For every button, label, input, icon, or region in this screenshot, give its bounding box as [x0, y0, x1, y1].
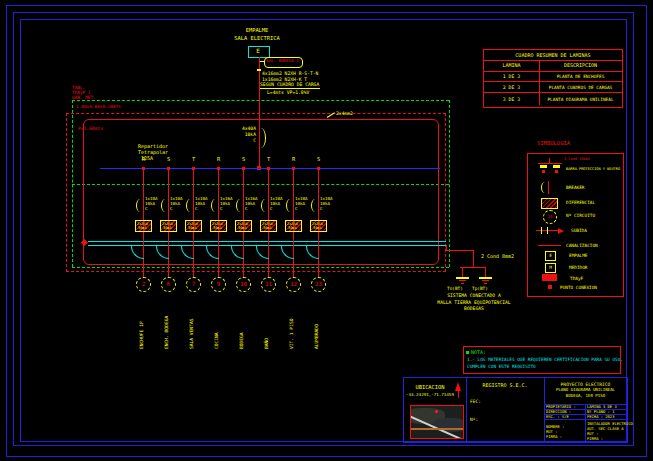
legend-circuit-badge: 1A [543, 210, 557, 224]
breaker-icon [161, 199, 169, 212]
legend-label: EMPALME [569, 253, 588, 258]
phase-label: T [264, 156, 273, 162]
load-label: SALA VENTAS [189, 297, 194, 349]
diferencial-icon: 2x25A30mA [135, 220, 152, 232]
circuit-number-badge: 6 [161, 277, 176, 292]
circuit-number-badge: 11 [261, 277, 276, 292]
registro-title: REGISTRO S.E.C. [468, 383, 542, 389]
neutral-jumper-icon [156, 246, 169, 259]
legend-caja-glyph: M [546, 264, 555, 272]
diferencial-ma: 30mA [138, 226, 147, 230]
ground-line-h2 [460, 267, 486, 268]
canalizacion-icon [538, 245, 561, 246]
ground-drop-left [462, 267, 463, 277]
ubicacion-title: UBICACION [406, 384, 454, 390]
breaker-rating: 1x10A [145, 196, 158, 201]
phase-label: T [189, 156, 198, 162]
firma-right-line: FIRMA : [587, 437, 603, 441]
bus-tap-dot [217, 167, 220, 170]
legend-label: MEDIDOR [569, 265, 588, 270]
circuit-number-badge: 9 [211, 277, 226, 292]
laminas-col2-header: DESCRIPCION [539, 63, 622, 69]
diferencial-ma: 30mA [163, 226, 172, 230]
legend-circuit-number: 1A [544, 211, 556, 223]
diferencial-ma: 30mA [313, 226, 322, 230]
title-block: UBICACION -33.24291,-71.71459 REGISTRO S… [403, 377, 628, 443]
bus-tap-dot [292, 167, 295, 170]
nota-box: NOTA: 1.- LOS MATERIALES QUE REQUIEREN C… [463, 346, 621, 374]
laminas-col1-header: LAMINA [484, 63, 539, 69]
barra-icon-lug [540, 165, 547, 168]
earth-left-label: Tn(BT) [447, 286, 463, 291]
bus-tap-dot [192, 167, 195, 170]
breaker-rating: 1x10A [320, 196, 333, 201]
ground-line-v2 [473, 250, 474, 267]
phase-label: R [214, 156, 223, 162]
ground-note-2: MALLA TIERRA EQUIPOTENCIAL [424, 300, 524, 305]
breaker-rating: 1x10A [195, 196, 208, 201]
breaker-icon [311, 199, 319, 212]
nota-line-2: CUMPLEN CON ESTE REQUISITO [467, 364, 536, 369]
proyecto-header-3: BODEGA, 1ER PISO [544, 394, 627, 399]
diferencial-ma: 30mA [238, 226, 247, 230]
neutral-jumper-icon [231, 246, 244, 259]
subida-icon-tick [541, 227, 542, 234]
breaker-rating: 1x16A [220, 196, 233, 201]
diferencial-rating: 2x25A [162, 222, 173, 226]
breaker-rating: 1x10A [295, 196, 308, 201]
diferencial-icon: 2x25A30mA [185, 220, 202, 232]
diferencial-rating: 2x25A [287, 222, 298, 226]
registro-numero-label: Nº: [470, 417, 478, 422]
laminas-row-lamina: 1 DE 3 [484, 74, 539, 80]
breaker-icon [186, 199, 194, 212]
diferencial-rating: 2x25A [262, 222, 273, 226]
laminas-row-desc: PLANTA DE ENCHUFES [539, 74, 622, 79]
load-label: VIT. 1 PISO [289, 297, 294, 349]
neutral-jumper-icon [181, 246, 194, 259]
ground-note-1: SISTEMA CONECTADO A [424, 293, 524, 298]
barra-icon-bar [538, 163, 562, 164]
circuit-number-badge: 7 [186, 277, 201, 292]
breaker-rating: 1x10A [170, 196, 183, 201]
breaker-curve: C [320, 206, 323, 211]
circuit-number-badge: 2 [136, 277, 151, 292]
neutral-jumper-icon [256, 246, 269, 259]
breaker-icon [261, 199, 269, 212]
ubicacion-coords: -33.24291,-71.71459 [406, 393, 454, 398]
firma-left-line: FIRMA : [546, 435, 562, 439]
legend-label: BREAKER [566, 185, 585, 190]
load-label: COCINA [214, 297, 219, 349]
registro-fecha-label: FEC: [470, 399, 481, 404]
subida-icon-arrow [558, 228, 564, 234]
circuit-number: 6 [162, 278, 175, 291]
circuit-number-badge: 13 [311, 277, 326, 292]
laminas-table: CUADRO RESUMEN DE LAMINAS LAMINA DESCRIP… [483, 49, 623, 108]
bus-tap-dot [242, 167, 245, 170]
circuit-number-badge: 10 [236, 277, 251, 292]
nota-marker-icon [466, 351, 469, 354]
laminas-title: CUADRO RESUMEN DE LAMINAS [484, 53, 622, 59]
legend-label: SUBIDA [571, 228, 587, 233]
legend-caja-icon: E [545, 251, 556, 261]
legend-punto-icon [548, 285, 552, 289]
breaker-curve: C [270, 206, 273, 211]
diferencial-icon: 2x25A30mA [210, 220, 227, 232]
location-map [410, 405, 464, 439]
diferencial-icon: 2x25A30mA [310, 220, 327, 232]
circuit-number: 11 [262, 278, 275, 291]
barra-note: 3 Cond 10mm2 [564, 157, 590, 161]
load-label: ENCHUFE 1P [139, 297, 144, 349]
laminas-row-desc: PLANTA CUADROS DE CARGAS [539, 85, 622, 90]
nota-line-1: 1.- LOS MATERIALES QUE REQUIEREN CERTIFI… [467, 357, 623, 362]
diferencial-rating: 2x25A [137, 222, 148, 226]
diferencial-rating: 2x25A [212, 222, 223, 226]
breaker-curve: C [145, 206, 148, 211]
legend-label: PUNTO CONEXION [560, 285, 597, 290]
earth-right-label: Tp(BT) [472, 286, 488, 291]
phase-label: R [289, 156, 298, 162]
ground-conductor-label: 2 Cond 8mm2 [481, 254, 514, 260]
barra-icon-lug [553, 165, 560, 168]
breaker-curve: C [220, 206, 223, 211]
circuit-number: 9 [212, 278, 225, 291]
legend-label: DIFERENCIAL [566, 200, 595, 205]
